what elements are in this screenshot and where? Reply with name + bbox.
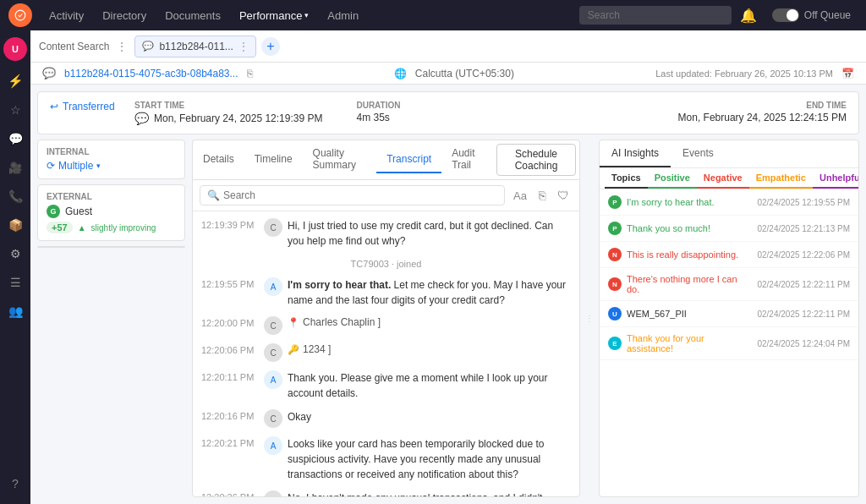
subtab-negative[interactable]: Negative — [697, 168, 749, 189]
score-value: +57 — [47, 222, 73, 233]
tab-dots-menu[interactable]: ⋮ — [114, 40, 129, 53]
active-tab[interactable]: 💬 b112b284-011... ⋮ — [134, 36, 255, 58]
insight-time: 02/24/2025 12:22:11 PM — [757, 280, 850, 289]
copy-icon[interactable]: ⎘ — [247, 68, 253, 79]
chat-search-box[interactable]: 🔍 — [200, 185, 505, 205]
subtab-empathetic[interactable]: Empathetic — [749, 168, 813, 189]
transfer-badge: ↩ Transferred — [50, 101, 118, 112]
join-notice: TC79003 · joined — [201, 257, 571, 271]
sidebar-settings-icon[interactable]: ⚙ — [2, 240, 29, 267]
tab-options[interactable]: ⋮ — [238, 41, 249, 52]
tab-transcript[interactable]: Transcript — [376, 146, 441, 173]
insight-row: E Thank you for your assistance! 02/24/2… — [600, 327, 858, 360]
insight-row: N There's nothing more I can do. 02/24/2… — [600, 268, 858, 301]
session-last-updated: Last updated: February 26, 2025 10:13 PM — [655, 68, 833, 79]
agent-avatar: A — [264, 370, 282, 389]
translate-icon[interactable]: Aa — [510, 188, 530, 204]
tab-ai-insights[interactable]: AI Insights — [600, 140, 671, 167]
info-panel: ↩ Transferred START TIME 💬 Mon, February… — [37, 91, 859, 134]
nav-activity[interactable]: Activity — [41, 6, 92, 25]
tab-quality[interactable]: Quality Summary — [303, 140, 377, 179]
end-time-label: END TIME — [678, 101, 847, 110]
sidebar-phone-icon[interactable]: 📞 — [2, 183, 29, 210]
toggle-switch[interactable] — [772, 8, 799, 22]
message-row: 12:20:26 PM C No, I haven't made any unu… — [201, 490, 571, 496]
empathetic-indicator: E — [608, 337, 622, 350]
sidebar-video-icon[interactable]: 🎥 — [2, 154, 29, 181]
user-avatar[interactable]: U — [3, 37, 27, 61]
active-tab-id: b112b284-011... — [159, 41, 233, 52]
tab-details[interactable]: Details — [193, 146, 244, 173]
sidebar-help-icon[interactable]: ? — [2, 470, 29, 497]
subtab-topics[interactable]: Topics — [605, 168, 648, 189]
user-indicator: U — [608, 307, 622, 320]
sidebar-people-icon[interactable]: 👥 — [2, 298, 29, 325]
message-row: 12:19:39 PM C Hi, I just tried to use my… — [201, 218, 571, 249]
drag-handle[interactable]: ⋮ — [587, 140, 592, 497]
insight-text: Thank you so much! — [627, 223, 752, 233]
msg-time: 12:19:55 PM — [201, 279, 259, 289]
end-time-col: END TIME Mon, February 24, 2025 12:24:15… — [678, 101, 847, 125]
nav-documents[interactable]: Documents — [156, 6, 229, 25]
negative-indicator: N — [608, 277, 622, 291]
insight-time: 02/24/2025 12:22:11 PM — [757, 310, 850, 319]
msg-text: I'm sorry to hear that. Let me check for… — [288, 277, 571, 308]
nav-admin[interactable]: Admin — [319, 6, 367, 25]
insights-subtabs: Topics Positive Negative Empathetic Unhe… — [600, 168, 858, 189]
insight-text: I'm sorry to hear that. — [627, 197, 752, 207]
sidebar-list-icon[interactable]: ☰ — [2, 269, 29, 296]
msg-time: 12:20:06 PM — [201, 345, 259, 355]
message-row: 12:20:11 PM A Thank you. Please give me … — [201, 370, 571, 401]
score-row: +57 ▲ slightly improving — [47, 222, 176, 233]
global-search[interactable] — [579, 6, 732, 25]
guest-row: G Guest — [47, 205, 176, 218]
chat-panel: 🔍 Aa ⎘ 🛡 12:19:39 PM C Hi, I just tried … — [192, 179, 580, 497]
schedule-coaching-button[interactable]: Schedule Coaching — [496, 144, 576, 176]
notification-icon[interactable]: 🔔 — [733, 4, 764, 27]
toggle-container[interactable]: Off Queue — [765, 8, 858, 22]
msg-system: 📍 Charles Chaplin ] — [288, 316, 571, 328]
message-row: 12:20:00 PM C 📍 Charles Chaplin ] — [201, 316, 571, 335]
subtab-unhelpful[interactable]: Unhelpful — [813, 168, 859, 189]
duration-col: DURATION 4m 35s — [356, 101, 400, 125]
tab-timeline[interactable]: Timeline — [244, 146, 303, 173]
session-id[interactable]: b112b284-0115-4075-ac3b-08b4a83... — [64, 68, 238, 79]
message-row: 12:20:06 PM C 🔑 1234 ] — [201, 343, 571, 362]
chat-toolbar: 🔍 Aa ⎘ 🛡 — [193, 180, 579, 211]
sidebar-package-icon[interactable]: 📦 — [2, 211, 29, 238]
globe-icon: 🌐 — [394, 68, 407, 79]
content-tabs — [37, 246, 185, 248]
main-content: Content Search ⋮ 💬 b112b284-011... ⋮ + 💬… — [30, 30, 866, 504]
sidebar-activity-icon[interactable]: ⚡ — [2, 68, 29, 95]
logo-icon — [14, 9, 26, 21]
nav-directory[interactable]: Directory — [94, 6, 155, 25]
tab-events[interactable]: Events — [671, 140, 726, 167]
add-tab-button[interactable]: + — [261, 37, 280, 56]
sentiment-label: slightly improving — [91, 223, 156, 233]
panel-area: INTERNAL ⟳ Multiple ▾ EXTERNAL G Guest +… — [30, 140, 866, 504]
msg-time: 12:20:16 PM — [201, 411, 259, 421]
insights-list: P I'm sorry to hear that. 02/24/2025 12:… — [600, 189, 858, 496]
toggle-knob — [787, 9, 798, 21]
perf-arrow: ▾ — [304, 11, 309, 19]
nav-performance[interactable]: Performance▾ — [231, 6, 317, 25]
content-search-label: Content Search — [39, 41, 109, 52]
shield-icon[interactable]: 🛡 — [554, 187, 573, 204]
tab-audit[interactable]: Audit Trail — [441, 140, 493, 179]
left-info-panel: INTERNAL ⟳ Multiple ▾ EXTERNAL G Guest +… — [37, 140, 185, 497]
agent-avatar: A — [264, 277, 282, 296]
chat-search-input[interactable] — [223, 189, 497, 201]
transfer-label: Transferred — [63, 101, 115, 112]
insight-row: N This is really disappointing. 02/24/20… — [600, 242, 858, 268]
internal-value[interactable]: ⟳ Multiple ▾ — [47, 160, 176, 172]
positive-indicator: P — [608, 195, 622, 209]
insight-time: 02/24/2025 12:24:04 PM — [757, 339, 850, 348]
sentiment-icon: ▲ — [78, 223, 86, 233]
sidebar-star-icon[interactable]: ☆ — [2, 96, 29, 123]
copy-chat-icon[interactable]: ⎘ — [535, 187, 549, 204]
sidebar-message-icon[interactable]: 💬 — [2, 125, 29, 152]
session-location: Calcutta (UTC+05:30) — [415, 68, 514, 79]
insight-text: This is really disappointing. — [627, 249, 752, 260]
insight-row: P Thank you so much! 02/24/2025 12:21:13… — [600, 216, 858, 242]
subtab-positive[interactable]: Positive — [648, 168, 697, 189]
